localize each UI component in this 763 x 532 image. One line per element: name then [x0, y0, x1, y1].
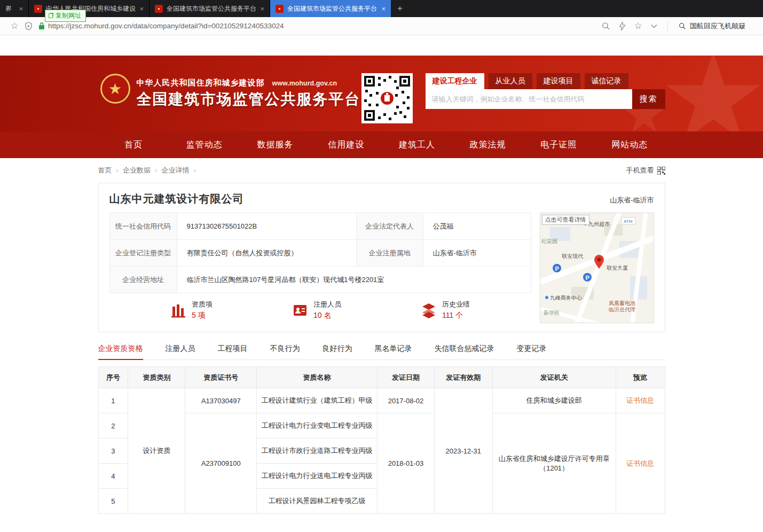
tab-close-icon[interactable]: × [260, 5, 264, 13]
nav-item-data-service[interactable]: 数据服务 [240, 131, 311, 158]
address-bar[interactable]: https://jzsc.mohurd.gov.cn/data/company/… [38, 22, 599, 30]
map-label-supermarket: 九州超市 [588, 221, 610, 227]
stat-qualifications[interactable]: 资质项 5 项 [170, 300, 213, 320]
hot-search-box[interactable]: 国航回应飞机颠簸 [674, 19, 756, 33]
breadcrumb-home[interactable]: 首页 [98, 166, 112, 175]
search-tab-credit[interactable]: 诚信记录 [585, 73, 628, 89]
tab-bad-behavior[interactable]: 不良行为 [270, 344, 300, 359]
tab-title: 界 [5, 4, 12, 13]
map-hint-label: 点击可查看详情 [542, 215, 589, 225]
col-no: 序号 [98, 367, 128, 388]
tab-projects[interactable]: 工程项目 [218, 344, 248, 359]
map-label-business-center: 九峰商务中心 [550, 295, 583, 301]
search-tab-project[interactable]: 建设项目 [537, 73, 580, 89]
tab-dishonesty-records[interactable]: 失信联合惩戒记录 [435, 344, 494, 359]
map-label-lianan-tower: 联安大厦 [607, 265, 628, 271]
stat-registered-personnel[interactable]: 注册人员 10 名 [292, 300, 341, 320]
keyword-search-input[interactable] [426, 89, 632, 109]
col-valid-until: 发证有效期 [434, 367, 492, 388]
copy-url-label: 复制网址 [56, 11, 81, 20]
cell-no: 5 [98, 489, 128, 514]
breadcrumb-separator: > [193, 167, 196, 174]
tab-registered-personnel[interactable]: 注册人员 [166, 344, 195, 359]
browser-tab-jzsc-active[interactable]: 全国建筑市场监管公共服务平台 × [270, 0, 391, 17]
cell-no: 2 [98, 413, 128, 439]
tab-blacklist[interactable]: 黑名单记录 [375, 344, 412, 359]
parking-icon: P [583, 273, 592, 281]
nav-item-e-license[interactable]: 电子证照 [523, 131, 594, 158]
tab-qualifications[interactable]: 企业资质资格 [98, 344, 143, 359]
stat-label: 历史业绩 [442, 300, 470, 309]
search-tab-personnel[interactable]: 从业人员 [489, 73, 532, 89]
nav-item-workers[interactable]: 建筑工人 [382, 131, 453, 158]
browser-toolbar: ☆ https://jzsc.mohurd.gov.cn/data/compan… [0, 17, 763, 35]
search-button[interactable]: 搜索 [632, 89, 665, 109]
address-label: 企业经营地址 [109, 267, 177, 293]
browser-tab-partial[interactable]: 界 × [0, 0, 29, 17]
shield-icon[interactable] [21, 19, 35, 33]
nav-item-site-news[interactable]: 网站动态 [594, 131, 665, 158]
cell-authority: 山东省住房和城乡建设厅许可专用章（1201） [492, 413, 616, 514]
new-tab-button[interactable]: + [391, 0, 409, 17]
browser-tabstrip: 界 × 中华人民共和国住房和城乡建设 × 全国建筑市场监管公共服务平台 × 全国… [0, 0, 763, 17]
bookmark-star-icon[interactable]: ☆ [7, 19, 21, 33]
cell-name: 工程设计电力行业变电工程专业丙级 [257, 413, 377, 439]
company-name: 山东中元建筑设计有限公司 [109, 192, 244, 206]
tab-change-records[interactable]: 变更记录 [517, 344, 547, 359]
stat-label: 资质项 [192, 300, 213, 309]
banner-star-decor: ★ [658, 56, 763, 131]
company-location-map[interactable]: 点击可查看详情 ATM 九州超市 纪花园 [540, 213, 654, 323]
copy-url-tooltip[interactable]: 复制网址 [45, 10, 86, 22]
breadcrumb: 首页 > 企业数据 > 企业详情 > 手机查看 [98, 165, 665, 176]
nav-item-home[interactable]: 首页 [98, 131, 169, 158]
search-tab-enterprise[interactable]: 建设工程企业 [426, 73, 484, 89]
site-favicon [155, 5, 163, 13]
detail-section-tabs: 企业资质资格 注册人员 工程项目 不良行为 良好行为 黑名单记录 失信联合惩戒记… [98, 344, 665, 360]
search-category-tabs: 建设工程企业 从业人员 建设项目 诚信记录 [426, 73, 665, 89]
tab-title: 全国建筑市场监管公共服务平台 [167, 4, 256, 13]
page-top-gap [0, 35, 763, 56]
flash-icon[interactable] [615, 19, 629, 33]
credit-code-value: 91371302675501022B [177, 213, 356, 240]
col-authority: 发证机关 [492, 367, 616, 388]
col-issue-date: 发证日期 [377, 367, 434, 388]
cell-issue-date: 2018-01-03 [377, 413, 434, 514]
breadcrumb-company-data[interactable]: 企业数据 [123, 166, 151, 175]
cell-authority: 住房和城乡建设部 [492, 388, 616, 413]
browser-tab-jzsc-1[interactable]: 全国建筑市场监管公共服务平台 × [150, 0, 270, 17]
reg-region-value: 山东省-临沂市 [423, 240, 531, 267]
copy-icon [49, 13, 53, 18]
zoom-icon[interactable] [599, 19, 613, 33]
map-label-garden: 纪花园 [541, 238, 557, 244]
tab-good-behavior[interactable]: 良好行为 [322, 344, 352, 359]
cell-issue-date: 2017-08-02 [377, 388, 434, 413]
certificate-info-link[interactable]: 证书信息 [626, 459, 654, 467]
tab-close-icon[interactable]: × [381, 5, 386, 13]
cell-cert-no: A137030497 [185, 388, 257, 413]
search-icon [679, 22, 686, 30]
qr-code [361, 73, 413, 123]
stat-historical-performance[interactable]: 历史业绩 111 个 [421, 300, 470, 320]
tab-close-icon[interactable]: × [139, 5, 144, 13]
nav-item-credit[interactable]: 信用建设 [311, 131, 382, 158]
mobile-view-label[interactable]: 手机查看 [626, 166, 654, 175]
tab-close-icon[interactable]: × [19, 5, 23, 13]
map-label-battery-1: 凤凰蓄电池 [609, 300, 635, 306]
company-info-table: 统一社会信用代码 91371302675501022B 企业法定代表人 公茂福 … [109, 213, 531, 293]
certificate-info-link[interactable]: 证书信息 [626, 396, 654, 404]
nav-item-supervision[interactable]: 监管动态 [169, 131, 240, 158]
cell-valid-until: 2023-12-31 [434, 388, 492, 514]
platform-title: 全国建筑市场监管公共服务平台 [137, 89, 361, 109]
map-label-lianan-modern: 联安现代 [562, 253, 583, 259]
reg-type-value: 有限责任公司（自然人投资或控股） [177, 240, 356, 267]
cell-cert-no: A237009100 [185, 413, 257, 514]
hot-search-text: 国航回应飞机颠簸 [690, 21, 745, 31]
breadcrumb-company-detail[interactable]: 企业详情 [161, 166, 189, 175]
company-detail-card: 山东中元建筑设计有限公司 山东省-临沂市 统一社会信用代码 9137130267… [98, 183, 665, 332]
banner-search-area: 建设工程企业 从业人员 建设项目 诚信记录 搜索 [426, 73, 665, 109]
chevron-down-icon[interactable] [647, 19, 661, 33]
mobile-qr-icon[interactable] [657, 167, 665, 175]
nav-item-policy[interactable]: 政策法规 [452, 131, 523, 158]
favorite-star-icon[interactable]: ☆ [631, 19, 645, 33]
tab-title: 全国建筑市场监管公共服务平台 [287, 4, 377, 13]
